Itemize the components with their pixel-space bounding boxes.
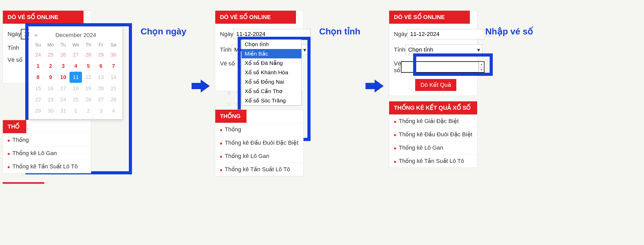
date-input[interactable] xyxy=(233,29,311,39)
stats-item[interactable]: Thống kê Lô Gan xyxy=(215,149,303,163)
cal-day[interactable]: 1 xyxy=(32,60,44,72)
cal-day[interactable]: 3 xyxy=(57,60,70,72)
stats-panel: THỐNG Thống Thống kê Đầu Đuôi Đặc Biệt T… xyxy=(215,109,304,176)
cal-day[interactable]: 28 xyxy=(107,94,120,105)
cal-day[interactable]: 24 xyxy=(32,49,44,60)
panel-header: DÒ VÉ SỐ ONLINE xyxy=(3,11,84,24)
cal-day[interactable]: 16 xyxy=(44,83,57,94)
cal-day[interactable]: 4 xyxy=(70,60,82,72)
stats-item[interactable]: Thống xyxy=(215,123,303,136)
stats-item[interactable]: Thống kê Tần Suất Lô Tô xyxy=(389,154,477,168)
province-option[interactable]: Xổ số Sóc Trăng xyxy=(242,96,301,105)
date-input[interactable] xyxy=(407,29,485,39)
cal-day[interactable]: 30 xyxy=(107,49,120,60)
stats-panel: THỐNG KÊ KẾT QUẢ XỔ SỐ Thống kê Giải Đặc… xyxy=(389,101,477,168)
cal-title: December 2024 xyxy=(55,32,96,39)
province-option[interactable]: Xổ số Đồng Nai xyxy=(242,77,301,87)
cal-day[interactable]: 23 xyxy=(44,94,57,105)
province-select[interactable] xyxy=(405,45,483,55)
cal-day[interactable]: 17 xyxy=(57,83,70,94)
svg-marker-0 xyxy=(192,79,210,93)
cal-day[interactable]: 25 xyxy=(70,94,82,105)
cal-day[interactable]: 24 xyxy=(57,94,70,105)
cal-day[interactable]: 2 xyxy=(82,105,94,117)
cal-day[interactable]: 26 xyxy=(57,49,70,60)
stats-item[interactable]: Thống kê Đầu Đuôi Đặc Biệt xyxy=(389,128,477,141)
label-date: Ngày xyxy=(220,31,233,38)
label-date: Ngày xyxy=(8,31,21,38)
cal-day[interactable]: 30 xyxy=(44,105,57,117)
cal-day[interactable]: 31 xyxy=(57,105,70,117)
cal-prev-icon[interactable]: « xyxy=(34,32,37,39)
cal-day[interactable]: 27 xyxy=(70,49,82,60)
cal-dow: Mo xyxy=(44,41,57,49)
cal-day[interactable]: 3 xyxy=(94,105,107,117)
cal-day[interactable]: 13 xyxy=(94,72,107,83)
province-option[interactable]: Miền Bắc xyxy=(242,49,301,58)
province-option[interactable]: Xổ số Đà Nẵng xyxy=(242,58,301,68)
province-option[interactable]: Chọn tỉnh xyxy=(242,40,301,49)
cal-day[interactable]: 27 xyxy=(94,94,107,105)
cal-dow: Sa xyxy=(107,41,120,49)
datepicker-popup: « December 2024 SuMoTuWeThFrSa2425262728… xyxy=(29,27,123,119)
label-province: Tỉnh xyxy=(394,46,405,53)
arrow-right-icon xyxy=(192,78,210,94)
cal-day[interactable]: 29 xyxy=(32,105,44,117)
spinner-icon[interactable]: ▲▼ xyxy=(479,62,484,72)
cal-day[interactable]: 9 xyxy=(44,72,57,83)
ticket-input-wrap: ▲▼ xyxy=(401,61,484,73)
cal-day[interactable]: 14 xyxy=(107,72,120,83)
province-option[interactable]: Xổ số Cần Thơ xyxy=(242,87,301,96)
cal-day[interactable]: 5 xyxy=(82,60,94,72)
cal-day[interactable]: 6 xyxy=(94,60,107,72)
cal-day[interactable]: 10 xyxy=(57,72,70,83)
stats-header: THỐNG KÊ KẾT QUẢ XỔ SỐ xyxy=(389,101,477,114)
stats-item[interactable]: Thống kê Giải Đặc Biệt xyxy=(389,114,477,128)
stats-item[interactable]: Thống kê Lô Gan xyxy=(3,146,91,160)
step-label-2: Chọn tỉnh xyxy=(319,26,360,36)
label-date: Ngày xyxy=(394,31,407,38)
label-ticket: Vé số xyxy=(8,57,28,63)
cal-day[interactable]: 18 xyxy=(70,83,82,94)
province-dropdown: Chọn tỉnh Miền Bắc Xổ số Đà Nẵng Xổ số K… xyxy=(241,39,302,106)
submit-button[interactable]: Dò Kết Quả xyxy=(415,79,456,91)
stats-item[interactable]: Thống kê Tần Suất Lô Tô xyxy=(215,163,303,176)
cal-day[interactable]: 25 xyxy=(44,49,57,60)
cal-day[interactable]: 26 xyxy=(82,94,94,105)
stats-item[interactable]: Thống xyxy=(3,133,91,146)
cal-day[interactable]: 20 xyxy=(94,83,107,94)
cal-day[interactable]: 2 xyxy=(44,60,57,72)
cal-day[interactable]: 12 xyxy=(82,72,94,83)
stats-item[interactable]: Thống kê Tần Suất Lô Tô xyxy=(3,160,91,173)
cal-day[interactable]: 21 xyxy=(107,83,120,94)
cal-day[interactable]: 7 xyxy=(107,60,120,72)
panel-header: DÒ VÉ SỐ ONLINE xyxy=(389,11,470,24)
cal-day[interactable]: 8 xyxy=(32,72,44,83)
cal-day[interactable]: 29 xyxy=(94,49,107,60)
stats-item[interactable]: Thống kê Đầu Đuôi Đặc Biệt xyxy=(215,136,303,149)
lookup-panel: DÒ VÉ SỐ ONLINE Ngày Tỉnh Vé số xyxy=(3,10,91,83)
stats-item[interactable]: Thống kê Lô Gan xyxy=(389,141,477,154)
cal-dow: Fr xyxy=(94,41,107,49)
cal-day[interactable]: 28 xyxy=(82,49,94,60)
cal-day[interactable]: 19 xyxy=(82,83,94,94)
cal-day[interactable]: 22 xyxy=(32,94,44,105)
label-province: Tỉnh xyxy=(8,45,28,51)
cal-dow: We xyxy=(70,41,82,49)
lookup-panel: DÒ VÉ SỐ ONLINE Ngày Tỉnh Vé số xyxy=(389,10,477,96)
panel-header: DÒ VÉ SỐ ONLINE xyxy=(215,11,296,24)
cal-day[interactable]: 15 xyxy=(32,83,44,94)
stats-header: THỐNG xyxy=(215,110,247,123)
label-province: Tỉnh xyxy=(220,46,231,53)
label-ticket: Vé số xyxy=(220,60,241,67)
ticket-input[interactable] xyxy=(401,62,479,72)
stats-panel: THỐ Thống Thống kê Lô Gan Thống kê Tần S… xyxy=(3,120,91,173)
step-label-1: Chọn ngày xyxy=(141,26,186,36)
cal-day[interactable]: 11 xyxy=(70,72,82,83)
divider xyxy=(3,182,44,184)
cal-day[interactable]: 1 xyxy=(70,105,82,117)
svg-marker-1 xyxy=(365,79,384,93)
province-option[interactable]: Xổ số Khánh Hòa xyxy=(242,68,301,77)
cal-day[interactable]: 4 xyxy=(107,105,120,117)
cal-dow: Tu xyxy=(57,41,70,49)
